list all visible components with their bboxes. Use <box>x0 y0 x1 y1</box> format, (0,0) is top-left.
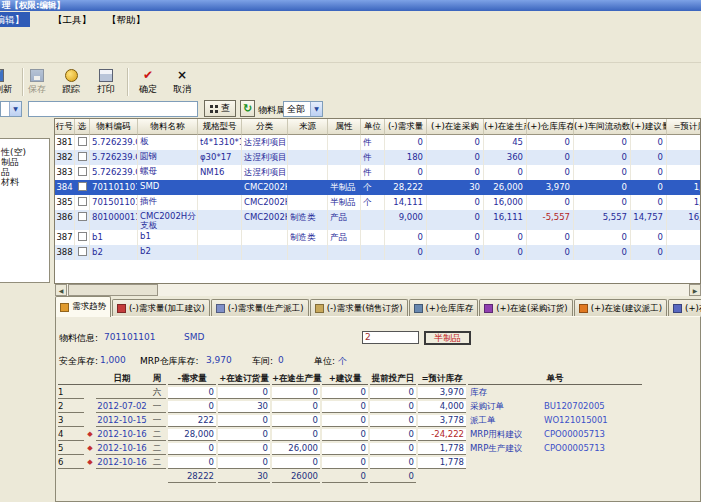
table-row[interactable]: 386801000011CMC2002H分支板CMC2002H制造类产品9,00… <box>55 210 700 230</box>
checkbox-cell[interactable] <box>75 135 90 150</box>
row-checkbox[interactable] <box>78 182 87 191</box>
table-row[interactable]: 385701501101插件CMC2002H2半制品个14,111016,000… <box>55 195 700 210</box>
column-header[interactable]: (+)车间流动数 <box>574 119 631 135</box>
attribute-select[interactable]: 全部 ▼ <box>283 101 323 117</box>
demand-cell: 0 <box>168 457 216 469</box>
warehouse-stock-cell: -5,557 <box>527 210 574 230</box>
purchase-transit-cell: 30 <box>427 180 484 195</box>
column-header[interactable]: (-)需求量 <box>385 119 427 135</box>
safety-stock-value: 1,000 <box>100 355 126 365</box>
date-cell: 2012-10-16 <box>96 429 148 441</box>
column-header[interactable]: (+)仓库库存 <box>527 119 574 135</box>
column-header[interactable]: 行号 <box>55 119 75 135</box>
tree-item-product[interactable]: 品 <box>0 167 49 177</box>
row-checkbox[interactable] <box>78 232 87 241</box>
checkbox-cell[interactable] <box>75 245 90 260</box>
green-refresh-icon: ↻ <box>243 102 252 115</box>
menu-tools[interactable]: 【工具】 <box>53 12 91 27</box>
row-checkbox[interactable] <box>78 212 87 221</box>
doc-number-link[interactable]: CPO00005713 <box>542 443 642 455</box>
menu-help[interactable]: 【帮助】 <box>107 12 145 27</box>
tab-8[interactable]: (+)在途(派工生产) <box>668 299 701 317</box>
chevron-down-icon[interactable]: ▼ <box>9 102 21 116</box>
menu-edit[interactable]: 【编辑】 <box>0 12 30 27</box>
row-checkbox[interactable] <box>78 197 87 206</box>
column-header[interactable]: 规格型号 <box>198 119 242 135</box>
tab-5[interactable]: (+)仓库库存 <box>409 299 479 317</box>
column-header[interactable]: =预计库存 <box>667 119 701 135</box>
warehouse-stock-cell: 3,970 <box>527 180 574 195</box>
checkbox-cell[interactable] <box>75 230 90 245</box>
tab-4[interactable]: (-)需求量(销售订货) <box>310 299 408 317</box>
doc-number-link[interactable]: WO121015001 <box>542 415 642 427</box>
tree-item-attribute-empty[interactable]: 性(空) <box>0 147 49 157</box>
doc-number-link[interactable]: CPO00005713 <box>542 429 642 441</box>
scroll-left-icon[interactable]: ◀ <box>55 284 67 296</box>
table-row[interactable]: 388b2b20000000 <box>55 245 700 260</box>
column-header[interactable]: 物料编码 <box>90 119 138 135</box>
doc-number-link[interactable]: BU120702005 <box>542 401 642 413</box>
tab-1[interactable]: 需求趋势 <box>55 296 111 317</box>
tab-2[interactable]: (-)需求量(加工建议) <box>112 299 210 317</box>
checkbox-cell[interactable] <box>75 150 90 165</box>
print-button[interactable]: 打印 <box>89 65 123 99</box>
tab-7[interactable]: (+)在途(建议派工) <box>574 299 667 317</box>
save-button[interactable]: 保存 <box>20 65 54 99</box>
window-title: 理【权限:编辑】 <box>2 0 65 10</box>
row-checkbox[interactable] <box>78 152 87 161</box>
scroll-right-icon[interactable]: ▶ <box>689 284 701 296</box>
column-header[interactable]: 选 <box>75 119 90 135</box>
table-row[interactable]: 387b1b1制造类产品0000000 <box>55 230 700 245</box>
cancel-button[interactable]: × 取消 <box>165 65 199 99</box>
material-code-cell: 5.726239.G-3 <box>90 165 138 180</box>
column-header[interactable]: 物料名称 <box>138 119 198 135</box>
scrollbar-thumb[interactable] <box>68 284 158 296</box>
warehouse-stock-cell: 0 <box>527 230 574 245</box>
query-button[interactable]: 查 <box>204 100 236 117</box>
checkbox-cell[interactable] <box>75 210 90 230</box>
count-box-input[interactable]: 2 <box>362 331 419 344</box>
row-checkbox[interactable] <box>78 137 87 146</box>
tab-6[interactable]: (+)在途(采购订货) <box>479 299 572 317</box>
column-header[interactable]: (+)在途生产 <box>484 119 527 135</box>
column-header[interactable]: 来源 <box>288 119 328 135</box>
tree-item-semifinished[interactable]: 制品 <box>0 157 49 167</box>
column-header[interactable]: 单位 <box>361 119 385 135</box>
table-row[interactable]: 3825.726239.G-2圆钢φ30*17达涅利项目1件1800360000… <box>55 150 700 165</box>
suggested-qty-cell: 0 <box>631 165 667 180</box>
confirm-button[interactable]: ✔ 确定 <box>131 65 165 99</box>
history-combobox[interactable]: ▼ <box>0 101 22 117</box>
material-name-cell: 圆钢 <box>138 150 198 165</box>
table-row[interactable]: 384701101101SMDCMC2002H2半制品个28,2223026,0… <box>55 180 700 195</box>
doc-type-cell: 采购订单 <box>466 401 542 413</box>
schedule-row-number: 1 <box>58 387 84 399</box>
tree-item-rawmaterial[interactable]: 材料 <box>0 177 49 187</box>
row-checkbox[interactable] <box>78 167 87 176</box>
demand-cell: 0 <box>385 245 427 260</box>
horizontal-scrollbar[interactable]: ◀ ▶ <box>55 284 701 296</box>
tab-3[interactable]: (-)需求量(生产派工) <box>211 299 309 317</box>
column-header[interactable]: (+)在途采购 <box>427 119 484 135</box>
schedule-row: 1六000003,970库存 <box>58 387 700 399</box>
schedule-rownum-header <box>58 373 96 385</box>
refresh-list-button[interactable]: ↻ <box>240 100 255 117</box>
prod-cell: 26,000 <box>272 443 320 455</box>
order-cell: 0 <box>218 457 270 469</box>
row-checkbox[interactable] <box>78 247 87 256</box>
table-row[interactable]: 3835.726239.G-3螺母NM16达涅利项目1件0000000 <box>55 165 700 180</box>
chevron-down-icon[interactable]: ▼ <box>310 102 322 116</box>
track-button[interactable]: 跟踪 <box>54 65 88 99</box>
column-header[interactable]: 属性 <box>328 119 361 135</box>
search-input[interactable] <box>28 101 198 117</box>
purchase-transit-cell: 0 <box>427 135 484 150</box>
refresh-button[interactable]: 刷新 <box>0 65 20 99</box>
checkbox-cell[interactable] <box>75 195 90 210</box>
attribute-badge[interactable]: 半制品 <box>424 331 471 345</box>
schedule-header: 日期周-需求量+在途订货量+在途生产量+建议量提前投产日=预计库存单号 <box>58 373 700 385</box>
production-transit-cell: 0 <box>484 165 527 180</box>
checkbox-cell[interactable] <box>75 165 90 180</box>
column-header[interactable]: (+)建议量 <box>631 119 667 135</box>
checkbox-cell[interactable] <box>75 180 90 195</box>
column-header[interactable]: 分类 <box>242 119 288 135</box>
table-row[interactable]: 3815.726239.G-1板t4*1310*11达涅利项目1件0045000… <box>55 135 700 150</box>
